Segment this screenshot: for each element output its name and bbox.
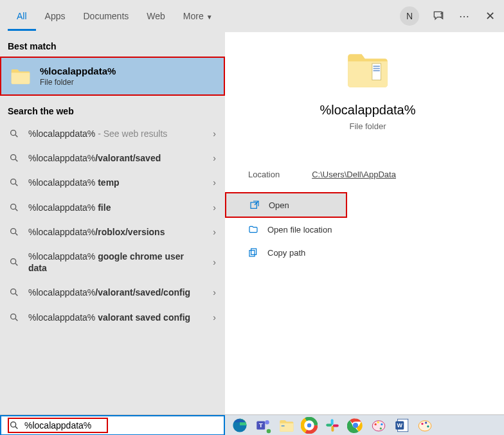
preview-subtitle: File folder	[244, 121, 491, 131]
best-match-item[interactable]: %localappdata% File folder	[0, 57, 225, 96]
chevron-right-icon[interactable]: ›	[213, 227, 216, 237]
web-result-item[interactable]: %localappdata%/valorant/saved/config ›	[0, 280, 225, 305]
svg-point-6	[11, 289, 16, 294]
results-panel: Best match %localappdata% File folder Se…	[0, 32, 225, 414]
svg-point-36	[375, 423, 377, 425]
preview-panel: %localappdata% File folder Location C:\U…	[225, 32, 504, 414]
svg-point-20	[267, 429, 271, 433]
svg-rect-30	[326, 423, 332, 426]
chevron-right-icon[interactable]: ›	[213, 153, 216, 163]
search-icon	[9, 420, 19, 431]
svg-rect-32	[333, 424, 339, 427]
folder-open-icon	[248, 224, 258, 235]
svg-rect-21	[280, 423, 293, 431]
web-result-text: %localappdata% - See web results	[28, 128, 216, 139]
explorer-icon[interactable]	[278, 417, 294, 434]
action-open-location[interactable]: Open file location	[225, 218, 504, 241]
open-icon	[249, 200, 260, 210]
user-avatar[interactable]: N	[400, 6, 419, 26]
svg-point-37	[377, 421, 379, 423]
svg-text:T: T	[259, 422, 263, 429]
svg-point-39	[380, 427, 382, 429]
copy-icon	[248, 247, 258, 258]
svg-point-3	[11, 204, 16, 209]
main-content: Best match %localappdata% File folder Se…	[0, 32, 504, 414]
palette-icon[interactable]	[417, 417, 433, 434]
web-result-item[interactable]: %localappdata%/valorant/saved ›	[0, 146, 225, 170]
search-icon	[9, 257, 19, 267]
folder-icon	[10, 68, 31, 85]
web-result-item[interactable]: %localappdata% file ›	[0, 195, 225, 220]
web-result-text: %localappdata%/valorant/saved/config	[28, 287, 216, 298]
tab-documents[interactable]: Documents	[74, 2, 138, 31]
word-icon[interactable]: W	[393, 417, 410, 434]
action-open[interactable]: Open	[225, 192, 347, 218]
tab-web[interactable]: Web	[138, 2, 174, 31]
web-result-item[interactable]: %localappdata% - See web results ›	[0, 121, 225, 146]
svg-point-2	[11, 179, 16, 184]
web-result-text: %localappdata% temp	[28, 177, 216, 188]
search-input[interactable]	[24, 420, 102, 431]
chevron-right-icon[interactable]: ›	[213, 257, 216, 267]
svg-point-0	[11, 130, 16, 136]
svg-text:W: W	[397, 422, 403, 429]
svg-rect-10	[374, 68, 380, 69]
svg-point-19	[265, 420, 269, 424]
best-match-label: Best match	[0, 32, 225, 57]
chevron-right-icon[interactable]: ›	[213, 129, 216, 139]
svg-point-34	[353, 422, 358, 427]
taskbar-tray: T W	[225, 417, 440, 434]
svg-point-38	[381, 423, 382, 425]
search-icon	[9, 177, 19, 188]
search-box[interactable]	[0, 415, 225, 436]
web-result-text: %localappdata%/valorant/saved	[28, 152, 216, 164]
svg-point-43	[419, 420, 431, 431]
tab-all[interactable]: All	[8, 2, 36, 31]
folder-large-icon	[345, 51, 390, 90]
chevron-right-icon[interactable]: ›	[213, 312, 216, 323]
preview-title: %localappdata%	[244, 103, 491, 118]
web-result-item[interactable]: %localappdata% google chrome user data ›	[0, 244, 225, 280]
more-options-icon[interactable]: ⋯	[458, 10, 471, 22]
svg-rect-22	[282, 425, 285, 427]
web-result-text: %localappdata% valorant saved config	[28, 312, 216, 323]
web-result-text: %localappdata%/roblox/versions	[28, 226, 216, 238]
taskbar: T W	[0, 414, 504, 435]
close-icon[interactable]: ✕	[483, 10, 496, 22]
edge-icon[interactable]	[231, 417, 248, 434]
svg-point-7	[11, 314, 16, 319]
svg-rect-11	[374, 70, 380, 71]
chevron-right-icon[interactable]: ›	[213, 177, 216, 188]
slack-icon[interactable]	[324, 417, 341, 434]
top-bar: All Apps Documents Web More▼ N ⋯ ✕	[0, 0, 504, 32]
chevron-right-icon[interactable]: ›	[213, 287, 216, 297]
search-icon	[9, 129, 19, 139]
feedback-icon[interactable]	[432, 10, 445, 22]
paint-app-icon[interactable]	[370, 417, 387, 434]
best-match-subtitle: File folder	[40, 78, 116, 87]
svg-point-5	[11, 259, 16, 264]
chrome-icon[interactable]	[301, 417, 318, 434]
web-result-item[interactable]: %localappdata% temp ›	[0, 170, 225, 195]
web-result-text: %localappdata% google chrome user data	[28, 251, 216, 274]
web-result-item[interactable]: %localappdata% valorant saved config ›	[0, 305, 225, 330]
search-icon	[9, 287, 19, 297]
chevron-right-icon[interactable]: ›	[213, 202, 216, 213]
search-web-label: Search the web	[0, 97, 225, 121]
best-match-title: %localappdata%	[40, 66, 116, 76]
search-icon	[9, 202, 19, 213]
svg-rect-9	[374, 66, 380, 67]
teams-icon[interactable]: T	[255, 417, 271, 434]
web-result-item[interactable]: %localappdata%/roblox/versions ›	[0, 220, 225, 244]
svg-rect-14	[249, 251, 255, 256]
tab-apps[interactable]: Apps	[36, 2, 75, 31]
svg-point-46	[427, 425, 429, 427]
location-value[interactable]: C:\Users\Dell\AppData	[312, 170, 396, 179]
search-icon	[9, 312, 19, 323]
chrome-alt-icon[interactable]	[347, 417, 364, 434]
action-copy-path[interactable]: Copy path	[225, 241, 504, 264]
svg-point-4	[11, 229, 16, 234]
chevron-down-icon: ▼	[206, 13, 213, 21]
tab-more[interactable]: More▼	[174, 2, 222, 31]
search-icon	[9, 227, 19, 237]
